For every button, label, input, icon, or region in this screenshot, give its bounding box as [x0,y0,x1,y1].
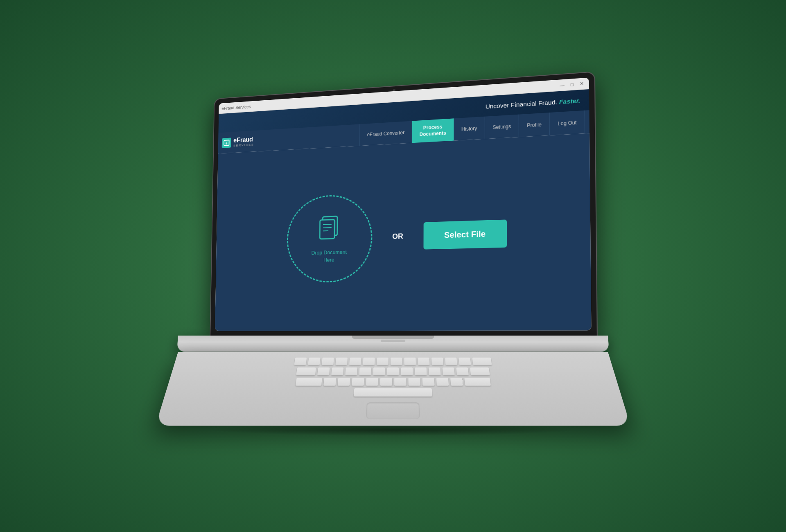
header-tagline: Uncover Financial Fraud. Faster. [486,97,580,110]
minimize-button[interactable]: — [558,82,566,88]
key [404,358,416,365]
key [470,367,490,375]
spacebar-key [354,388,432,397]
key [366,378,378,386]
key [456,367,469,375]
svg-line-6 [323,225,332,225]
nav-tab-profile[interactable]: Profile [519,113,550,137]
key [464,378,491,386]
key [436,378,449,386]
key [391,358,402,365]
key [431,358,444,365]
svg-rect-5 [320,220,334,239]
key [387,367,399,375]
key [415,367,427,375]
nav-tab-settings[interactable]: Settings [485,115,519,139]
key [408,378,420,386]
maximize-button[interactable]: □ [569,82,576,87]
key [296,378,322,386]
brand-name: eFraud [233,136,253,144]
key-row-2 [296,367,490,375]
key-row-1 [294,358,492,365]
keyboard-area [156,352,630,426]
svg-line-7 [323,228,331,228]
key [377,358,388,365]
key [450,378,463,386]
key [323,378,336,386]
nav-tab-history[interactable]: History [454,117,485,141]
key [472,358,492,365]
key-row-3 [296,378,491,386]
main-content: Drop Document Here OR Select File [215,133,591,331]
key [345,367,357,375]
tagline-prefix: Uncover Financial Fraud. [486,98,558,110]
key [373,367,385,375]
key [429,367,441,375]
drop-zone[interactable]: Drop Document Here [287,193,373,283]
key [337,378,350,386]
key [296,367,316,375]
key [380,378,392,386]
key [445,358,457,365]
brand-subtitle: SERVICES [233,143,254,147]
key [352,378,364,386]
key [308,358,320,365]
close-button[interactable]: ✕ [578,81,585,86]
key [394,378,406,386]
window-title: eFraud Services [221,104,251,110]
logo-icon: e [222,138,231,148]
screen-bezel: eFraud Services — □ ✕ Uncover Financial … [215,78,591,331]
key [317,367,330,375]
logo-text-group: eFraud SERVICES [233,136,254,147]
laptop-hinge [352,336,434,339]
key [322,358,334,365]
window-controls: — □ ✕ [558,81,585,88]
key [331,367,343,375]
document-drop-icon [316,213,342,246]
laptop-base [177,336,609,352]
key [418,358,429,365]
upload-area: Drop Document Here OR Select File [223,185,582,284]
laptop-screen: eFraud Services — □ ✕ Uncover Financial … [210,72,597,336]
drop-zone-label: Drop Document Here [311,249,347,264]
touchpad[interactable] [366,402,420,419]
select-file-button[interactable]: Select File [424,219,507,249]
key [443,367,455,375]
or-label: OR [392,232,403,241]
key [349,358,361,365]
key [359,367,371,375]
tagline-accent: Faster. [557,97,580,105]
key [294,358,307,365]
nav-tab-process[interactable]: ProcessDocuments [412,118,454,143]
key [335,358,348,365]
nav-tab-logout[interactable]: Log Out [550,110,585,135]
nav-tab-converter[interactable]: eFraud Converter [359,121,412,146]
key [458,358,471,365]
app-window: eFraud Services — □ ✕ Uncover Financial … [215,78,591,331]
key [401,367,413,375]
key [422,378,434,386]
svg-text:e: e [226,141,228,145]
laptop-container: eFraud Services — □ ✕ Uncover Financial … [168,82,618,450]
key [363,358,375,365]
logo-section: e eFraud SERVICES [222,136,254,148]
laptop-notch [381,340,405,342]
key-row-4 [354,388,432,397]
